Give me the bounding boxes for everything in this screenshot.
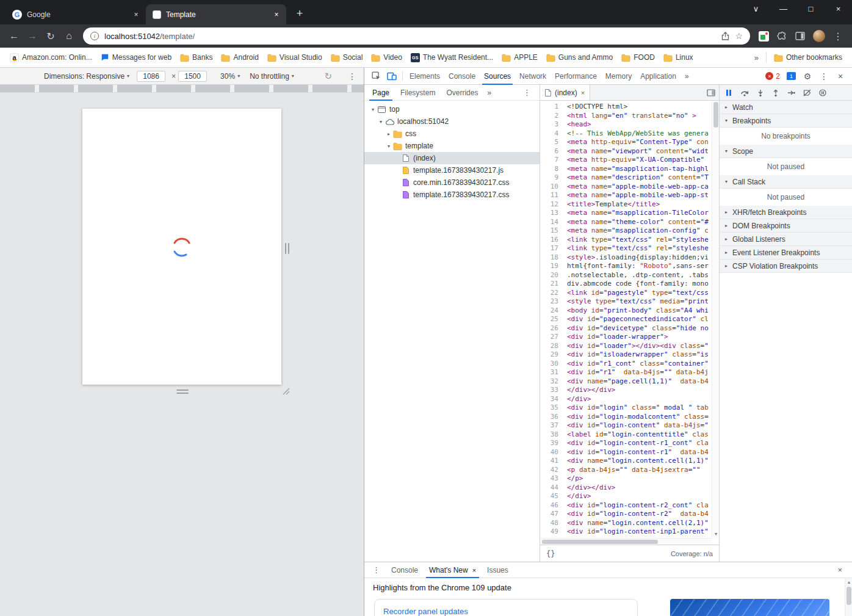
navigator-tab-overrides[interactable]: Overrides [441,85,483,101]
navigator-tab-filesystem[interactable]: Filesystem [395,85,441,101]
debugger-section-watch[interactable]: ▸Watch [720,101,852,114]
device-toolbar-kebab-icon[interactable]: ⋮ [348,71,356,81]
bookmark-star-icon[interactable]: ☆ [735,31,743,41]
maximize-icon[interactable]: □ [797,0,825,18]
bookmark-visual-studio[interactable]: Visual Studio [264,51,326,63]
devtools-tab-network[interactable]: Network [515,68,551,85]
devtools-tab-memory[interactable]: Memory [601,68,636,85]
pretty-print-button[interactable]: {} [546,549,555,558]
devtools-tab-elements[interactable]: Elements [405,68,444,85]
deactivate-breakpoints-icon[interactable] [803,89,811,96]
viewport-height-input[interactable] [178,71,207,82]
debugger-section-xhr-fetch-breakpoints[interactable]: ▸XHR/fetch Breakpoints [720,206,852,219]
pause-icon[interactable] [725,89,732,96]
screenshot-extension-icon[interactable] [759,31,769,42]
window-close-icon[interactable]: × [825,0,852,18]
more-panels-chevron[interactable]: » [681,68,693,85]
navigator-tab-page[interactable]: Page [367,85,395,101]
bookmark-guns-and-ammo[interactable]: Guns and Ammo [543,51,616,63]
scrollbar-thumb[interactable] [713,102,718,128]
bookmarks-overflow-chevron[interactable]: » [751,53,762,62]
share-icon[interactable] [721,32,729,40]
bookmark-banks[interactable]: Banks [176,51,216,63]
settings-gear-icon[interactable]: ⚙ [800,68,815,84]
chevron-down-icon[interactable]: ▾ [369,107,377,112]
chevron-right-icon[interactable]: ▸ [385,131,392,137]
zoom-select[interactable]: 30%▾ [220,72,240,81]
step-icon[interactable] [787,89,795,96]
editor-horizontal-scrollbar[interactable] [540,538,712,545]
navigator-kebab-icon[interactable]: ⋮ [517,88,537,97]
back-icon[interactable]: ← [5,27,23,45]
viewport-width-input[interactable] [137,71,165,82]
devtools-kebab-icon[interactable]: ⋮ [816,68,832,84]
scrollbar-thumb[interactable] [847,587,851,605]
drawer-scrollbar[interactable]: ▲ [845,578,852,616]
code-editor[interactable]: 1<!DOCTYPE html>2<html lang="en" transla… [540,101,719,545]
scroll-down-icon[interactable]: ▼ [712,531,719,537]
devtools-tab-sources[interactable]: Sources [480,68,515,85]
device-toolbar-toggle-icon[interactable] [384,68,400,84]
editor-tab-index[interactable]: (index) × [540,85,590,100]
recorder-updates-link[interactable]: Recorder panel updates [383,607,468,616]
tree-item-index[interactable]: (index) [364,152,540,164]
debugger-section-dom-breakpoints[interactable]: ▸DOM Breakpoints [720,219,852,233]
tree-item-css[interactable]: ▸css [364,128,540,140]
debugger-section-scope[interactable]: ▾Scope [720,145,852,158]
forward-icon[interactable]: → [23,27,42,45]
tree-item-template[interactable]: ▾template [364,140,540,152]
resize-handle-corner[interactable] [281,386,291,396]
chevron-down-icon[interactable]: ▾ [385,143,392,149]
tree-item-top[interactable]: ▾top [364,103,540,115]
address-bar[interactable]: i localhost:51042/template/ ☆ [83,27,750,45]
other-bookmarks-folder[interactable]: Other bookmarks [770,51,846,63]
tree-item-localhost-51042[interactable]: ▾localhost:51042 [364,115,540,128]
home-icon[interactable]: ⌂ [60,27,78,45]
tree-item-core-min-1673839430217-css[interactable]: core.min.1673839430217.css [364,176,540,189]
side-panel-icon[interactable] [791,27,809,45]
bookmark-social[interactable]: Social [327,51,367,63]
editor-vertical-scrollbar[interactable]: ▼ [712,101,719,538]
resize-handle-bottom[interactable] [175,388,190,394]
minimize-icon[interactable]: — [770,0,797,18]
browser-menu-kebab-icon[interactable]: ⋮ [829,27,847,45]
devtools-close-icon[interactable]: × [832,68,848,84]
bookmark-messages-for-web[interactable]: Messages for web [97,51,175,63]
drawer-tab-issues[interactable]: Issues [482,562,514,578]
emulated-page[interactable] [82,109,281,385]
devtools-tab-console[interactable]: Console [444,68,480,85]
reload-icon[interactable]: ↻ [42,27,60,45]
extensions-puzzle-icon[interactable] [773,27,791,45]
debugger-section-csp-violation-breakpoints[interactable]: ▸CSP Violation Breakpoints [720,259,852,273]
editor-pane-options-icon[interactable] [707,89,715,96]
bookmark-amazon-com-onlin[interactable]: aAmazon.com: Onlin... [6,51,96,64]
step-into-icon[interactable] [757,89,764,96]
site-info-icon[interactable]: i [90,32,99,40]
tree-item-template-1673839430217-css[interactable]: template.1673839430217.css [364,189,540,201]
bookmark-apple[interactable]: APPLE [498,51,541,63]
pause-on-exceptions-icon[interactable] [819,89,826,96]
tree-item-template-1673839430217-js[interactable]: template.1673839430217.js [364,164,540,176]
devtools-tab-performance[interactable]: Performance [551,68,601,85]
bookmark-video[interactable]: Video [367,51,405,63]
browser-tab-template[interactable]: Template× [146,4,286,24]
debugger-section-breakpoints[interactable]: ▾Breakpoints [720,114,852,128]
scroll-up-icon[interactable]: ▲ [845,579,852,585]
error-badge[interactable]: ×2 [762,72,783,81]
debugger-section-event-listener-breakpoints[interactable]: ▸Event Listener Breakpoints [720,246,852,259]
tab-close-icon[interactable]: × [472,567,476,574]
profile-avatar[interactable] [813,30,825,42]
scrollbar-thumb[interactable] [542,540,658,544]
new-tab-button[interactable]: + [291,5,308,22]
issues-badge[interactable]: 1 [784,72,799,80]
tab-close-icon[interactable]: × [271,9,282,20]
step-over-icon[interactable] [740,89,749,96]
throttling-select[interactable]: No throttling▾ [250,72,294,81]
bookmark-food[interactable]: FOOD [618,51,659,63]
bookmark-linux[interactable]: Linux [660,51,697,63]
window-menu-chevron-icon[interactable]: ∨ [742,0,770,18]
bookmark-android[interactable]: Android [217,51,262,63]
devtools-tab-application[interactable]: Application [636,68,681,85]
debugger-section-global-listeners[interactable]: ▸Global Listeners [720,233,852,246]
tab-close-icon[interactable]: × [131,9,142,20]
